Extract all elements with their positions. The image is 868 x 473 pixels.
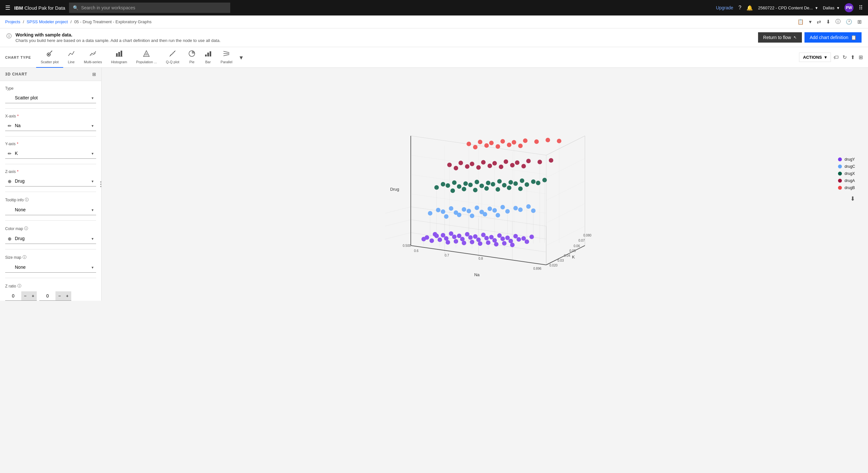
yaxis-label: K xyxy=(572,255,575,259)
panel-resize-handle[interactable] xyxy=(99,180,101,188)
svg-point-174 xyxy=(526,159,531,163)
chart-type-population[interactable]: Population ... xyxy=(131,47,161,68)
legend-item-drugX: drugX xyxy=(838,171,855,176)
svg-point-179 xyxy=(476,165,481,170)
table-icon[interactable]: ⊞ xyxy=(859,54,863,60)
breadcrumb-chevron-icon[interactable]: ▾ xyxy=(808,18,813,26)
tag-icon[interactable]: 🏷 xyxy=(834,55,839,60)
type-label: Type xyxy=(5,86,96,91)
search-bar[interactable]: 🔍 xyxy=(69,3,230,13)
sizemap-select-wrapper[interactable]: None ▾ xyxy=(5,262,96,273)
panel-expand-icon[interactable]: ⊞ xyxy=(92,71,96,77)
menu-icon[interactable]: ☰ xyxy=(5,4,10,11)
colormap-select[interactable]: Drug xyxy=(5,233,96,244)
svg-point-159 xyxy=(484,186,489,191)
region-selector[interactable]: Dallas ▾ xyxy=(823,5,839,10)
chart-type-scatter[interactable]: Scatter plot xyxy=(36,47,63,68)
xaxis-select[interactable]: Na xyxy=(5,120,96,131)
avatar[interactable]: PW xyxy=(844,3,854,12)
chart-type-qq[interactable]: Q-Q plot xyxy=(161,47,184,68)
colormap-info-icon[interactable]: ⓘ xyxy=(24,226,28,231)
svg-point-11 xyxy=(172,54,173,55)
chart-type-bar[interactable]: Bar xyxy=(200,47,216,68)
search-input[interactable] xyxy=(81,5,226,10)
upgrade-link[interactable]: Upgrade xyxy=(716,5,733,10)
download-icon[interactable]: ⬇ xyxy=(825,18,832,26)
zratio-info-icon[interactable]: ⓘ xyxy=(18,283,21,289)
return-to-flow-button[interactable]: Return to flow ↖ xyxy=(758,32,802,42)
history-icon[interactable]: 🕐 xyxy=(844,18,854,26)
zaxis-select-wrapper[interactable]: ⊕ Drug ▾ xyxy=(5,176,96,186)
actions-chevron-icon: ▾ xyxy=(825,55,827,60)
zratio-decrement-1[interactable]: − xyxy=(21,291,29,300)
zaxis-required: * xyxy=(17,169,19,174)
chart-type-pie[interactable]: Pie xyxy=(184,47,200,68)
svg-point-122 xyxy=(475,206,479,210)
sizemap-select[interactable]: None xyxy=(5,262,96,273)
chart-type-more-icon[interactable]: ▾ xyxy=(237,54,245,61)
svg-line-18 xyxy=(223,51,229,53)
zratio-increment-2[interactable]: + xyxy=(64,291,71,300)
svg-point-10 xyxy=(170,55,171,56)
histogram-type-label: Histogram xyxy=(111,60,127,64)
refresh-icon[interactable]: ↻ xyxy=(842,54,847,60)
breadcrumb-project-link[interactable]: SPSS Modeler project xyxy=(27,19,68,24)
svg-point-162 xyxy=(518,186,523,191)
upload-icon[interactable]: ⬆ xyxy=(850,54,855,60)
chart-legend: drugY drugC drugX drugA drugB xyxy=(838,157,855,202)
multiseries-type-label: Multi-series xyxy=(84,60,102,64)
svg-text:0.06: 0.06 xyxy=(574,244,580,248)
svg-line-53 xyxy=(546,226,585,245)
zratio-input-1[interactable] xyxy=(5,291,21,300)
yaxis-select-wrapper[interactable]: ✏ K ▾ xyxy=(5,148,96,159)
notebook-icon[interactable]: 📋 xyxy=(796,18,805,26)
svg-text:0.05: 0.05 xyxy=(569,249,576,253)
zratio-decrement-2[interactable]: − xyxy=(56,291,63,300)
svg-point-146 xyxy=(441,182,445,186)
action-icons-group: 🏷 ↻ ⬆ ⊞ xyxy=(834,54,863,60)
info-icon[interactable]: ⓘ xyxy=(834,17,842,26)
zratio-increment-1[interactable]: + xyxy=(29,291,37,300)
svg-text:0.03: 0.03 xyxy=(557,259,564,262)
chart-type-label: CHART TYPE xyxy=(5,56,31,59)
tooltip-field: Tooltip info ⓘ None ▾ xyxy=(0,192,101,221)
sizemap-info-icon[interactable]: ⓘ xyxy=(23,255,26,260)
svg-point-71 xyxy=(462,241,466,245)
zaxis-select[interactable]: Drug xyxy=(5,176,96,186)
chart-type-multiseries[interactable]: Multi-series xyxy=(79,47,106,68)
svg-point-127 xyxy=(444,214,448,219)
type-select[interactable]: Scatter plot xyxy=(5,93,96,103)
svg-point-198 xyxy=(496,144,500,149)
chart-type-parallel[interactable]: Parallel xyxy=(216,47,237,68)
svg-point-173 xyxy=(515,160,520,165)
chart-type-histogram[interactable]: Histogram xyxy=(106,47,131,68)
xaxis-select-wrapper[interactable]: ✏ Na ▾ xyxy=(5,120,96,131)
actions-label: ACTIONS xyxy=(803,55,822,60)
tooltip-select[interactable]: None xyxy=(5,205,96,215)
panel-header: 3D CHART ⊞ xyxy=(0,68,101,81)
zratio-input-2[interactable] xyxy=(39,291,56,300)
grid-icon[interactable]: ⠿ xyxy=(859,4,863,11)
colormap-select-wrapper[interactable]: ⊕ Drug ▾ xyxy=(5,233,96,244)
yaxis-pencil-icon: ✏ xyxy=(8,151,11,156)
svg-point-172 xyxy=(504,159,508,164)
tooltip-select-wrapper[interactable]: None ▾ xyxy=(5,205,96,215)
legend-dot-drugX xyxy=(838,172,842,176)
account-chevron-icon: ▾ xyxy=(815,5,818,10)
legend-dot-drugA xyxy=(838,179,842,183)
panels-icon[interactable]: ⊞ xyxy=(856,18,863,26)
svg-point-88 xyxy=(508,239,513,243)
type-select-wrapper[interactable]: Scatter plot ▾ xyxy=(5,93,96,103)
banner-title: Working with sample data. xyxy=(16,32,221,37)
chart-type-line[interactable]: Line xyxy=(63,47,79,68)
tooltip-info-icon[interactable]: ⓘ xyxy=(25,197,29,203)
breadcrumb-projects-link[interactable]: Projects xyxy=(5,19,20,24)
notification-icon[interactable]: 🔔 xyxy=(746,5,753,11)
help-icon[interactable]: ? xyxy=(738,5,741,11)
convert-icon[interactable]: ⇄ xyxy=(815,18,822,26)
yaxis-select[interactable]: K xyxy=(5,148,96,159)
add-chart-definition-button[interactable]: Add chart definition 📋 xyxy=(804,32,862,42)
actions-button[interactable]: ACTIONS ▾ xyxy=(799,53,831,62)
account-selector[interactable]: 2560722 - CPD Content De... ▾ xyxy=(758,5,818,10)
legend-download-icon[interactable]: ⬇ xyxy=(850,196,855,202)
